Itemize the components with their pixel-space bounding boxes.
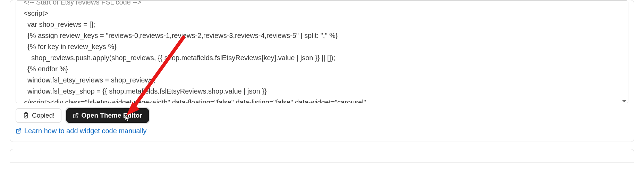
- code-line: {% for key in review_keys %}: [24, 41, 624, 52]
- open-theme-editor-label: Open Theme Editor: [82, 112, 142, 119]
- code-scroll-area[interactable]: <!-- Start of Etsy reviews FSL code --> …: [16, 1, 628, 103]
- code-line: <!-- Start of Etsy reviews FSL code -->: [24, 1, 624, 8]
- code-line: window.fsl_etsy_reviews = shop_reviews;: [24, 74, 624, 86]
- external-link-icon: [73, 113, 79, 119]
- clipboard-check-icon: [22, 112, 29, 119]
- code-line: var shop_reviews = [];: [24, 19, 624, 30]
- learn-manual-link[interactable]: Learn how to add widget code manually: [16, 127, 146, 135]
- copied-button[interactable]: Copied!: [16, 108, 61, 123]
- resize-handle-icon: [622, 100, 627, 102]
- copied-button-label: Copied!: [32, 112, 55, 119]
- code-line: </script><div class="fsl-etsy-widget pag…: [24, 97, 624, 103]
- button-row: Copied! Open Theme Editor: [10, 108, 634, 123]
- next-card-placeholder: [10, 149, 634, 163]
- widget-code-card: <!-- Start of Etsy reviews FSL code --> …: [10, 0, 634, 142]
- code-line: window.fsl_etsy_shop = {{ shop.metafield…: [24, 86, 624, 97]
- learn-manual-link-label: Learn how to add widget code manually: [24, 127, 146, 135]
- external-link-icon: [16, 128, 22, 134]
- open-theme-editor-button[interactable]: Open Theme Editor: [66, 108, 149, 123]
- code-snippet-box: <!-- Start of Etsy reviews FSL code --> …: [16, 0, 628, 103]
- code-line: {% endfor %}: [24, 63, 624, 74]
- help-link-row: Learn how to add widget code manually: [10, 123, 634, 135]
- code-line: <script>: [24, 8, 624, 19]
- code-line: shop_reviews.push.apply(shop_reviews, {{…: [24, 52, 624, 63]
- code-line: {% assign review_keys = "reviews-0,revie…: [24, 30, 624, 41]
